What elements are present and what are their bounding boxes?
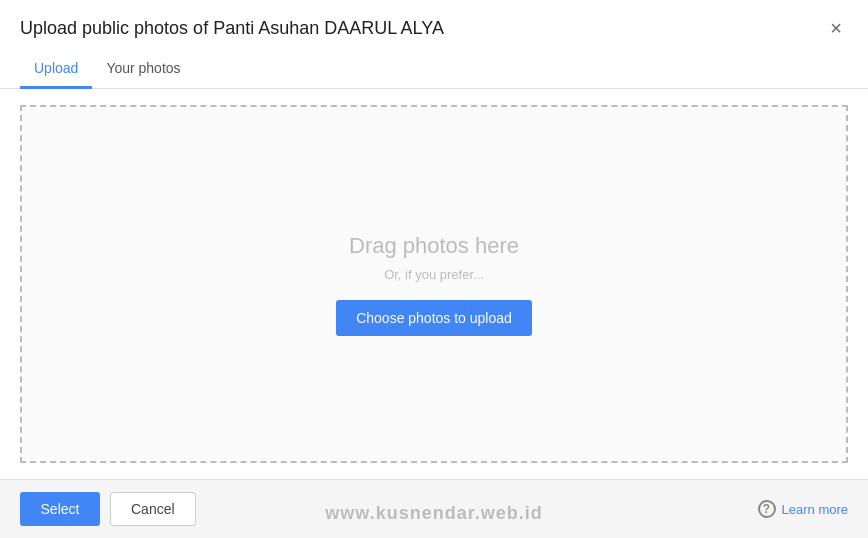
choose-photos-button[interactable]: Choose photos to upload — [336, 300, 532, 336]
help-icon[interactable]: ? — [758, 500, 776, 518]
select-button[interactable]: Select — [20, 492, 100, 526]
close-button[interactable]: × — [824, 16, 848, 40]
footer-right: ? Learn more — [758, 500, 848, 518]
drop-main-text: Drag photos here — [349, 233, 519, 259]
upload-dialog: Upload public photos of Panti Asuhan DAA… — [0, 0, 868, 538]
tab-upload[interactable]: Upload — [20, 50, 92, 89]
tab-bar: Upload Your photos — [0, 50, 868, 89]
watermark: www.kusnendar.web.id — [325, 503, 542, 524]
drop-zone[interactable]: Drag photos here Or, if you prefer... Ch… — [20, 105, 848, 463]
footer-actions: Select Cancel — [20, 492, 196, 526]
drop-sub-text: Or, if you prefer... — [384, 267, 484, 282]
dialog-body: Drag photos here Or, if you prefer... Ch… — [0, 89, 868, 479]
dialog-footer: Select Cancel www.kusnendar.web.id ? Lea… — [0, 479, 868, 538]
dialog-header: Upload public photos of Panti Asuhan DAA… — [0, 0, 868, 40]
dialog-title: Upload public photos of Panti Asuhan DAA… — [20, 18, 444, 39]
tab-your-photos[interactable]: Your photos — [92, 50, 194, 89]
cancel-button[interactable]: Cancel — [110, 492, 196, 526]
learn-more-link[interactable]: Learn more — [782, 502, 848, 517]
